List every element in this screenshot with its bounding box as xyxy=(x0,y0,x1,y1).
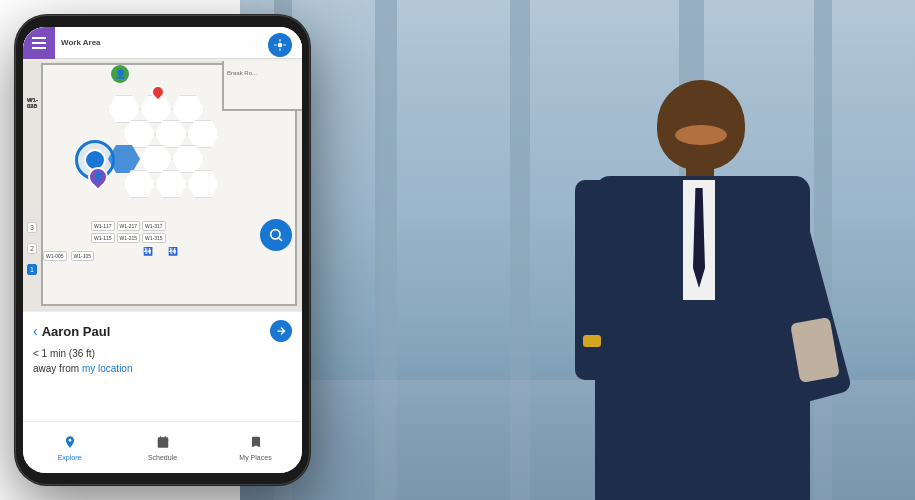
svg-point-5 xyxy=(271,230,280,239)
seat-w1-105: W1-105 xyxy=(71,251,95,261)
my-places-icon xyxy=(249,435,263,452)
time-text: < 1 min (36 ft) xyxy=(33,348,292,359)
break-room-label: Break Ro... xyxy=(224,68,260,78)
person-name: Aaron Paul xyxy=(38,324,270,339)
person-watch xyxy=(583,335,601,347)
explore-label: Explore xyxy=(58,454,82,461)
nav-explore[interactable]: Explore xyxy=(23,435,116,461)
marker-pin: 👤 xyxy=(84,163,112,191)
work-area-label: Work Area xyxy=(55,38,107,47)
bottom-navigation: Explore Schedule My Places xyxy=(23,421,302,473)
location-icon xyxy=(273,38,287,52)
number-labels: 3 2 1 xyxy=(27,222,37,275)
restroom-icon-2: 🚻 xyxy=(168,247,178,256)
svg-rect-7 xyxy=(157,437,168,448)
seat-w1-317: W1-317 xyxy=(142,221,166,231)
break-room: Break Ro... xyxy=(222,61,302,111)
location-text: away from my location xyxy=(33,363,292,374)
seat-w1-217: W1-217 xyxy=(117,221,141,231)
explore-icon xyxy=(63,435,77,452)
seat-w1-117: W1-117 xyxy=(91,221,115,231)
phone-device: Work Area Break Ro... xyxy=(15,15,310,485)
search-button[interactable] xyxy=(260,219,292,251)
away-text: away from xyxy=(33,363,82,374)
seat-w1-005: W1-005 xyxy=(43,251,67,261)
seat-w1-315: W1-315 xyxy=(142,233,166,243)
info-panel: ‹ Aaron Paul < 1 min (36 ft) away from m… xyxy=(23,311,302,421)
schedule-label: Schedule xyxy=(148,454,177,461)
location-link[interactable]: my location xyxy=(82,363,133,374)
location-target-button[interactable] xyxy=(268,33,292,57)
seat-labels-row1: W1-117 W1-217 W1-317 xyxy=(91,221,166,231)
navigate-icon xyxy=(275,325,287,337)
person-smile xyxy=(675,125,727,145)
person-location-marker: 👤 xyxy=(88,167,108,187)
person-left-arm xyxy=(575,180,625,380)
bottom-seat-labels: W1-005 W1-105 xyxy=(43,251,94,261)
restroom-icon-1: 🚻 xyxy=(143,247,153,256)
svg-line-6 xyxy=(279,238,282,241)
menu-line-1 xyxy=(32,37,46,39)
seat-w1-115: W1-115 xyxy=(91,233,115,243)
map-topbar: Work Area xyxy=(23,27,302,59)
nav-my-places[interactable]: My Places xyxy=(209,435,302,461)
seat-w1-215: W1-215 xyxy=(117,233,141,243)
my-places-label: My Places xyxy=(239,454,271,461)
info-header: ‹ Aaron Paul xyxy=(33,320,292,342)
background-photo xyxy=(240,0,915,500)
navigate-button[interactable] xyxy=(270,320,292,342)
nav-schedule[interactable]: Schedule xyxy=(116,435,209,461)
person-face xyxy=(670,100,732,150)
phone-shell: Work Area Break Ro... xyxy=(15,15,310,485)
person-silhouette xyxy=(575,80,835,500)
row-label-4: W1-020 xyxy=(27,97,38,109)
map-area: Work Area Break Ro... xyxy=(23,27,302,311)
svg-point-0 xyxy=(278,43,283,48)
menu-line-3 xyxy=(32,47,46,49)
menu-button[interactable] xyxy=(23,27,55,59)
search-icon xyxy=(268,227,284,243)
phone-screen: Work Area Break Ro... xyxy=(23,27,302,473)
schedule-icon xyxy=(156,435,170,452)
menu-line-2 xyxy=(32,42,46,44)
seat-labels-row2: W1-115 W1-215 W1-315 xyxy=(91,233,166,243)
green-person-icon: 👤 xyxy=(111,65,129,83)
